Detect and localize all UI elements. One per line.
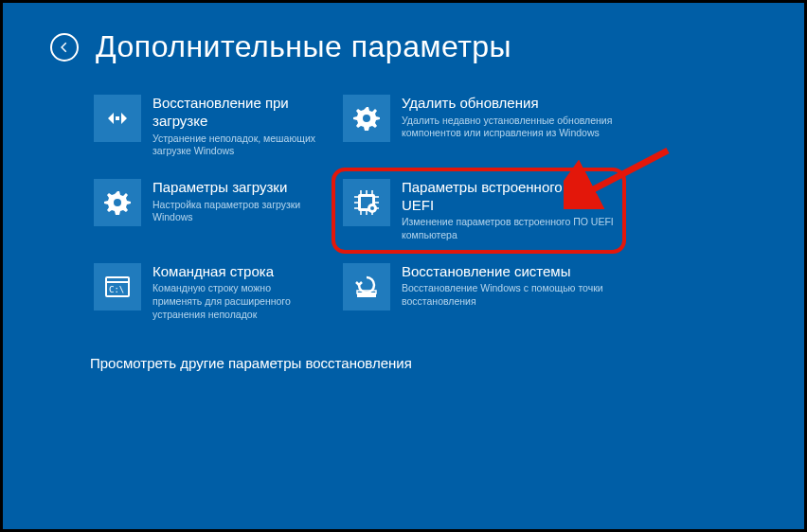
tile-title: Восстановление системы bbox=[402, 263, 615, 281]
tile-uninstall-updates[interactable]: Удалить обновления Удалить недавно устан… bbox=[339, 91, 619, 162]
tile-text: Восстановление системы Восстановление Wi… bbox=[402, 263, 615, 322]
tile-desc: Устранение неполадок, мешающих загрузке … bbox=[152, 133, 318, 158]
tile-desc: Изменение параметров встроенного ПО UEFI… bbox=[402, 216, 615, 241]
tile-uefi-settings[interactable]: Параметры встроенного ПО UEFI Изменение … bbox=[332, 168, 626, 254]
more-recovery-options-link[interactable]: Просмотреть другие параметры восстановле… bbox=[90, 355, 757, 371]
tile-desc: Удалить недавно установленные обновления… bbox=[402, 115, 615, 140]
gear-icon bbox=[94, 179, 141, 226]
tile-text: Удалить обновления Удалить недавно устан… bbox=[402, 95, 615, 158]
tile-text: Параметры встроенного ПО UEFI Изменение … bbox=[402, 179, 615, 242]
back-button[interactable] bbox=[50, 33, 79, 62]
tile-desc: Командную строку можно применять для рас… bbox=[152, 282, 318, 321]
tile-system-restore[interactable]: Восстановление системы Восстановление Wi… bbox=[339, 259, 619, 326]
recovery-options-screen: Дополнительные параметры Восстановление … bbox=[0, 0, 807, 532]
repair-icon bbox=[94, 95, 141, 142]
svg-text:C:\: C:\ bbox=[109, 285, 124, 294]
arrow-left-icon bbox=[58, 41, 71, 54]
page-title: Дополнительные параметры bbox=[96, 29, 511, 64]
tile-title: Параметры загрузки bbox=[152, 179, 318, 197]
tile-title: Командная строка bbox=[152, 263, 318, 281]
tile-title: Восстановление при загрузке bbox=[152, 95, 318, 131]
tile-command-prompt[interactable]: C:\ Командная строка Командную строку мо… bbox=[90, 259, 322, 326]
tile-startup-repair[interactable]: Восстановление при загрузке Устранение н… bbox=[90, 91, 322, 162]
restore-icon bbox=[343, 263, 390, 310]
svg-point-15 bbox=[370, 206, 374, 210]
tile-text: Параметры загрузки Настройка параметров … bbox=[152, 179, 318, 242]
tile-title: Параметры встроенного ПО UEFI bbox=[402, 179, 615, 215]
tile-text: Командная строка Командную строку можно … bbox=[152, 263, 318, 322]
chip-gear-icon bbox=[343, 179, 390, 226]
tile-desc: Восстановление Windows с помощью точки в… bbox=[402, 282, 615, 308]
terminal-icon: C:\ bbox=[94, 263, 141, 310]
options-grid: Восстановление при загрузке Устранение н… bbox=[90, 91, 757, 325]
header: Дополнительные параметры bbox=[50, 29, 757, 64]
tile-desc: Настройка параметров загрузки Windows bbox=[152, 199, 318, 224]
tile-startup-settings[interactable]: Параметры загрузки Настройка параметров … bbox=[90, 175, 322, 246]
tile-title: Удалить обновления bbox=[402, 95, 615, 113]
tile-text: Восстановление при загрузке Устранение н… bbox=[152, 95, 318, 158]
gear-icon bbox=[343, 95, 390, 142]
